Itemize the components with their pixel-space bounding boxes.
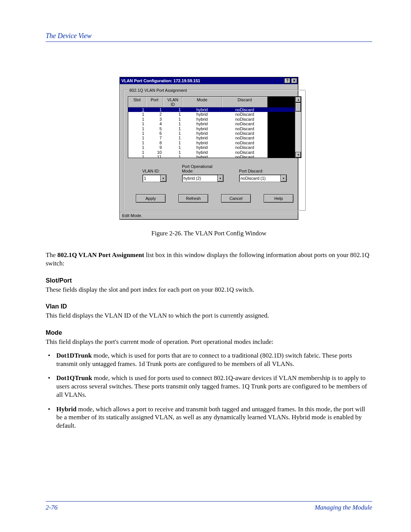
port-discard-value: noDiscard (1) [239, 176, 280, 181]
slot-port-heading: Slot/Port [46, 277, 372, 284]
port-mode-value: hybrid (2) [182, 176, 217, 181]
table-row[interactable]: 1101hybridnoDiscard [128, 150, 295, 155]
table-row[interactable]: 141hybridnoDiscard [128, 121, 295, 126]
intro-paragraph: The 802.1Q VLAN Port Assignment list box… [46, 251, 372, 268]
page-number: 2-76 [46, 504, 57, 511]
close-icon[interactable]: ✕ [291, 78, 297, 83]
chevron-down-icon[interactable]: ▾ [217, 175, 223, 182]
table-row[interactable]: 171hybridnoDiscard [128, 136, 295, 140]
dialog-title: VLAN Port Configuration: 172.19.59.151 [121, 78, 200, 83]
chevron-down-icon[interactable]: ▾ [280, 175, 287, 182]
port-discard-label: Port Discard: [239, 169, 287, 173]
apply-button[interactable]: Apply [136, 194, 166, 203]
table-row[interactable]: 161hybridnoDiscard [128, 131, 295, 136]
dialog-titlebar[interactable]: VLAN Port Configuration: 172.19.59.151 ?… [120, 77, 298, 84]
header-rule [46, 42, 372, 42]
mode-text: This field displays the port's current m… [46, 338, 372, 346]
port-mode-label: Port Operational Mode: [182, 164, 224, 173]
mode-heading: Mode [46, 329, 372, 336]
table-row[interactable]: 181hybridnoDiscard [128, 141, 295, 145]
table-row[interactable]: 191hybridnoDiscard [128, 145, 295, 150]
table-row[interactable]: 121hybridnoDiscard [128, 112, 295, 117]
table-row[interactable]: 131hybridnoDiscard [128, 117, 295, 121]
cancel-button[interactable]: Cancel [221, 194, 251, 203]
status-bar: Edit Mode. [120, 212, 298, 219]
help-icon[interactable]: ? [284, 78, 290, 83]
vlan-id-select[interactable]: 1 ▾ [142, 174, 167, 182]
port-mode-select[interactable]: hybrid (2) ▾ [182, 174, 224, 182]
help-button[interactable]: Help [264, 194, 293, 203]
refresh-button[interactable]: Refresh [178, 194, 208, 203]
list-item: Dot1DTrunk mode, which is used for ports… [56, 351, 372, 368]
vlan-id-label: VLAN ID: [142, 169, 167, 173]
col-discard[interactable]: Discard [222, 97, 268, 107]
footer-title: Managing the Module [315, 504, 372, 511]
list-scrollbar[interactable]: ▴ ▾ [295, 97, 301, 158]
port-assignment-group: 802.1Q VLAN Port Assignment Slot Port VL… [124, 88, 306, 211]
list-item: Dot1QTrunk mode, which is used for ports… [56, 374, 372, 399]
vlan-config-dialog: VLAN Port Configuration: 172.19.59.151 ?… [119, 77, 298, 220]
col-vlan[interactable]: VLAN ID [163, 97, 182, 107]
table-row[interactable]: 1111hybridnoDiscard [128, 155, 295, 158]
group-legend: 802.1Q VLAN Port Assignment [128, 88, 188, 93]
mode-bullet-list: Dot1DTrunk mode, which is used for ports… [46, 351, 372, 430]
table-row[interactable]: 111hybridnoDiscard [128, 107, 295, 112]
table-row[interactable]: 151hybridnoDiscard [128, 126, 295, 131]
scroll-up-icon[interactable]: ▴ [295, 97, 301, 102]
list-header: Slot Port VLAN ID Mode Discard [128, 97, 295, 107]
col-slot[interactable]: Slot [128, 97, 146, 107]
figure-caption: Figure 2-26. The VLAN Port Config Window [46, 230, 372, 237]
vlan-id-heading: Vlan ID [46, 303, 372, 310]
port-listbox[interactable]: Slot Port VLAN ID Mode Discard 111hybrid… [128, 96, 301, 158]
scroll-down-icon[interactable]: ▾ [295, 152, 301, 158]
col-mode[interactable]: Mode [182, 97, 222, 107]
scroll-thumb[interactable] [295, 102, 301, 112]
vlan-id-text: This field displays the VLAN ID of the V… [46, 312, 372, 320]
page-header: The Device View [46, 32, 372, 40]
vlan-id-value: 1 [143, 176, 160, 181]
slot-port-text: These fields display the slot and port i… [46, 286, 372, 294]
port-discard-select[interactable]: noDiscard (1) ▾ [239, 174, 287, 182]
col-port[interactable]: Port [146, 97, 163, 107]
list-item: Hybrid mode, which allows a port to rece… [56, 405, 372, 430]
chevron-down-icon[interactable]: ▾ [160, 175, 166, 182]
